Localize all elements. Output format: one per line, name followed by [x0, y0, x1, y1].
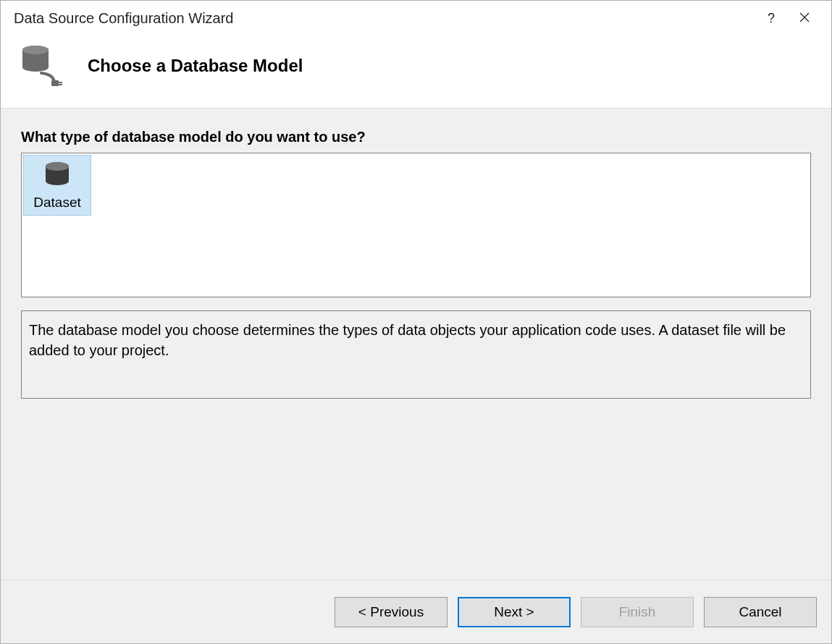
model-type-list[interactable]: Dataset: [21, 153, 811, 297]
help-icon: ?: [768, 11, 775, 26]
model-option-dataset[interactable]: Dataset: [23, 155, 91, 216]
prompt-label: What type of database model do you want …: [21, 129, 811, 145]
model-option-label: Dataset: [33, 195, 80, 211]
wizard-heading: Choose a Database Model: [88, 56, 303, 76]
title-bar: Data Source Configuration Wizard ?: [1, 1, 831, 35]
close-button[interactable]: [788, 7, 821, 30]
next-button[interactable]: Next >: [458, 597, 571, 627]
svg-rect-3: [59, 82, 62, 83]
svg-rect-2: [51, 80, 59, 86]
close-icon: [799, 11, 810, 26]
wizard-body: What type of database model do you want …: [1, 108, 831, 580]
cancel-button[interactable]: Cancel: [704, 597, 817, 627]
finish-button: Finish: [581, 597, 694, 627]
wizard-header: Choose a Database Model: [1, 35, 831, 108]
help-button[interactable]: ?: [755, 7, 788, 30]
svg-point-6: [46, 162, 69, 171]
wizard-window: Data Source Configuration Wizard ? Choos…: [0, 0, 832, 644]
database-icon: [42, 160, 72, 190]
svg-point-1: [22, 46, 49, 54]
window-title: Data Source Configuration Wizard: [14, 10, 233, 27]
previous-button[interactable]: < Previous: [335, 597, 447, 627]
wizard-footer: < Previous Next > Finish Cancel: [1, 580, 831, 643]
svg-rect-4: [59, 84, 62, 85]
database-connection-icon: [20, 43, 66, 89]
model-description: The database model you choose determines…: [21, 310, 811, 399]
